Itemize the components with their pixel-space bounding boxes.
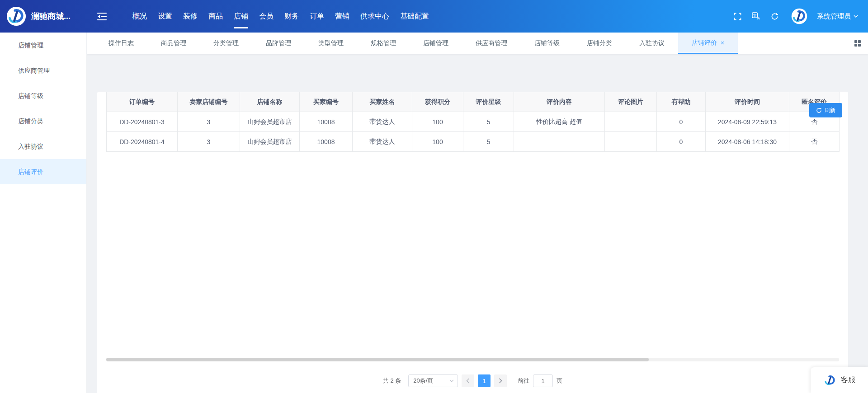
review-table: 订单编号 卖家店铺编号 店铺名称 买家编号 买家姓名 获得积分 评价星级 评价内… — [106, 92, 839, 152]
tab-shop-review[interactable]: 店铺评价 × — [678, 33, 738, 54]
goto-page-input[interactable] — [533, 374, 553, 387]
tab-category-manage[interactable]: 分类管理 — [200, 33, 252, 54]
sidebar-item-entry-agreement[interactable]: 入驻协议 — [0, 134, 86, 159]
col-buyer-name: 买家姓名 — [353, 92, 412, 112]
tabs-bar: 操作日志 商品管理 分类管理 品牌管理 类型管理 规格管理 店铺管理 供应商管理… — [87, 33, 868, 54]
chevron-right-icon — [499, 378, 502, 384]
cell-points: 100 — [412, 112, 463, 132]
refresh-icon[interactable] — [770, 12, 779, 21]
tab-shop-manage[interactable]: 店铺管理 — [410, 33, 462, 54]
nav-supply-demand[interactable]: 供求中心 — [360, 0, 389, 33]
table-header-row: 订单编号 卖家店铺编号 店铺名称 买家编号 买家姓名 获得积分 评价星级 评价内… — [107, 92, 840, 112]
user-avatar[interactable] — [791, 8, 807, 24]
chevron-down-icon — [449, 379, 454, 382]
customer-service-button[interactable]: 客服 — [811, 367, 868, 393]
sidebar-collapse-icon[interactable] — [97, 11, 107, 21]
sidebar-item-shop-review[interactable]: 店铺评价 — [0, 159, 86, 184]
tab-grid-icon[interactable] — [854, 40, 861, 48]
sidebar-item-shop-manage[interactable]: 店铺管理 — [0, 33, 86, 58]
cell-seller-shop-no: 3 — [178, 132, 240, 152]
col-seller-shop-no: 卖家店铺编号 — [178, 92, 240, 112]
nav-products[interactable]: 商品 — [208, 0, 223, 33]
cell-review-content — [514, 132, 605, 152]
tab-shop-level[interactable]: 店铺等级 — [521, 33, 573, 54]
close-icon[interactable]: × — [721, 40, 724, 46]
cell-points: 100 — [412, 132, 463, 152]
goto-page: 前往 页 — [518, 374, 562, 387]
fullscreen-icon[interactable] — [733, 12, 742, 21]
app-title: 澜驰商城... — [31, 11, 71, 22]
tab-supplier-manage[interactable]: 供应商管理 — [462, 33, 521, 54]
tab-spec-manage[interactable]: 规格管理 — [357, 33, 410, 54]
col-star-rating: 评价星级 — [463, 92, 514, 112]
cell-seller-shop-no: 3 — [178, 112, 240, 132]
main-area: 操作日志 商品管理 分类管理 品牌管理 类型管理 规格管理 店铺管理 供应商管理… — [87, 33, 868, 393]
nav-members[interactable]: 会员 — [259, 0, 274, 33]
tab-operation-log[interactable]: 操作日志 — [95, 33, 147, 54]
review-card: 刷新 订单编号 卖家店铺编号 店铺名称 买家编号 — [97, 92, 848, 393]
pagination: 共 2 条 20条/页 1 前往 页 — [97, 374, 848, 387]
nav-overview[interactable]: 概况 — [132, 0, 147, 33]
pagination-total: 共 2 条 — [383, 377, 401, 385]
page-content: 刷新 订单编号 卖家店铺编号 店铺名称 买家编号 — [87, 92, 868, 393]
sidebar-item-shop-level[interactable]: 店铺等级 — [0, 83, 86, 108]
col-review-content: 评价内容 — [514, 92, 605, 112]
tab-shop-category[interactable]: 店铺分类 — [573, 33, 626, 54]
user-menu[interactable]: 系统管理员 — [817, 12, 858, 21]
cell-buyer-name: 带货达人 — [353, 132, 412, 152]
chevron-down-icon — [854, 15, 858, 18]
nav-shops[interactable]: 店铺 — [234, 0, 248, 33]
nav-decorate[interactable]: 装修 — [183, 0, 198, 33]
cell-review-images — [605, 132, 657, 152]
brand[interactable]: 澜驰商城... — [0, 6, 91, 26]
tab-entry-agreement[interactable]: 入驻协议 — [626, 33, 678, 54]
cell-order-no: DD-20240801-3 — [107, 112, 178, 132]
refresh-button-label: 刷新 — [825, 107, 835, 114]
tab-type-manage[interactable]: 类型管理 — [305, 33, 357, 54]
customer-service-label: 客服 — [841, 375, 855, 385]
cell-order-no: DD-20240801-4 — [107, 132, 178, 152]
sidebar-item-shop-category[interactable]: 店铺分类 — [0, 108, 86, 134]
cell-review-time: 2024-08-09 22:59:13 — [706, 112, 789, 132]
cell-anonymous: 否 — [789, 132, 840, 152]
svg-text:A: A — [757, 16, 760, 20]
nav-settings[interactable]: 设置 — [158, 0, 172, 33]
refresh-button-icon — [816, 108, 822, 113]
table-row: DD-20240801-4 3 山姆会员超市店 10008 带货达人 100 5… — [107, 132, 840, 152]
tab-product-manage[interactable]: 商品管理 — [147, 33, 200, 54]
tab-brand-manage[interactable]: 品牌管理 — [252, 33, 305, 54]
col-review-images: 评论图片 — [605, 92, 657, 112]
page-number-button[interactable]: 1 — [478, 374, 491, 387]
chevron-left-icon — [466, 378, 470, 384]
page-size-select[interactable]: 20条/页 — [408, 374, 458, 387]
top-nav: 概况 设置 装修 商品 店铺 会员 财务 订单 营销 供求中心 基础配置 — [132, 0, 429, 33]
col-shop-name: 店铺名称 — [240, 92, 300, 112]
next-page-button[interactable] — [494, 374, 507, 387]
tab-shop-review-label: 店铺评价 — [692, 39, 717, 47]
customer-service-logo-icon — [823, 374, 837, 387]
nav-marketing[interactable]: 营销 — [335, 0, 349, 33]
app-header: 澜驰商城... 概况 设置 装修 商品 店铺 会员 财务 订单 营销 供求中心 … — [0, 0, 868, 33]
goto-unit: 页 — [557, 377, 562, 385]
header-actions: 文A 系统管理员 — [733, 8, 868, 24]
cell-buyer-no: 10008 — [300, 112, 353, 132]
cell-review-images — [605, 112, 657, 132]
prev-page-button[interactable] — [462, 374, 474, 387]
sidebar: 店铺管理 供应商管理 店铺等级 店铺分类 入驻协议 店铺评价 — [0, 33, 87, 393]
nav-finance[interactable]: 财务 — [284, 0, 299, 33]
cell-shop-name: 山姆会员超市店 — [240, 132, 300, 152]
language-icon[interactable]: 文A — [751, 12, 760, 21]
cell-buyer-name: 带货达人 — [353, 112, 412, 132]
nav-base-config[interactable]: 基础配置 — [400, 0, 429, 33]
sidebar-item-supplier-manage[interactable]: 供应商管理 — [0, 58, 86, 83]
goto-label: 前往 — [518, 377, 529, 385]
col-review-time: 评价时间 — [706, 92, 789, 112]
cell-review-time: 2024-08-06 14:18:30 — [706, 132, 789, 152]
app-logo-icon — [6, 6, 26, 26]
cell-helpful: 0 — [657, 112, 706, 132]
nav-orders[interactable]: 订单 — [310, 0, 324, 33]
table-row: DD-20240801-3 3 山姆会员超市店 10008 带货达人 100 5… — [107, 112, 840, 132]
refresh-button[interactable]: 刷新 — [809, 103, 842, 117]
svg-text:文: 文 — [753, 14, 756, 18]
scrollbar-thumb[interactable] — [106, 358, 649, 361]
